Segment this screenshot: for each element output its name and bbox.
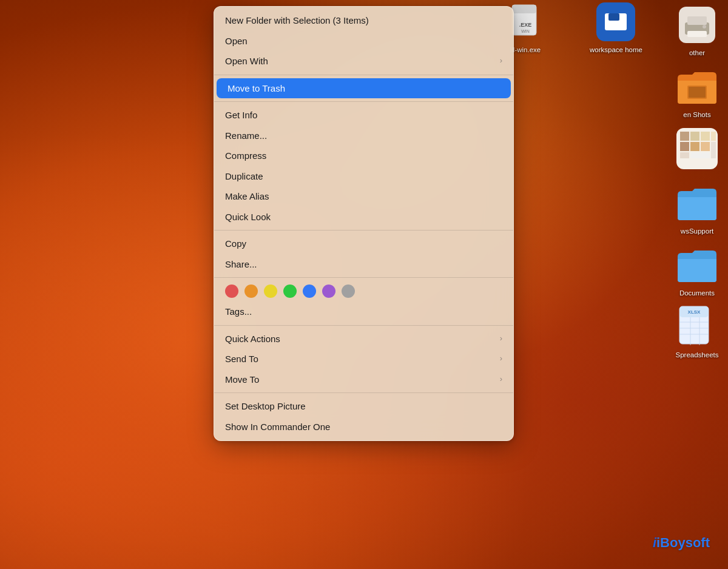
send-to-chevron: › [500,354,502,364]
move-to-chevron: › [500,374,502,385]
svg-text:.EXE: .EXE [519,22,532,28]
menu-item-quick-actions-label: Quick Actions [225,333,500,345]
screenshots-icon-wrap [675,65,719,109]
svg-rect-13 [689,87,706,98]
menu-item-move-to[interactable]: Move To › [214,369,513,390]
desktop-icon-palette[interactable] [675,127,719,173]
menu-item-get-info-label: Get Info [225,109,502,121]
support-label: wsSupport [681,227,713,235]
desktop-icon-screenshots[interactable]: en Shots [675,65,719,118]
screenshots-folder-icon [675,69,719,105]
separator-3 [214,230,513,231]
menu-item-open-label: Open [225,35,502,47]
color-tags-row [214,281,513,301]
svg-rect-24 [711,142,716,158]
svg-rect-22 [680,152,689,158]
menu-item-send-to[interactable]: Send To › [214,349,513,369]
menu-item-quick-look-label: Quick Look [225,211,502,223]
color-dot-orange[interactable] [244,284,258,298]
documents-icon-wrap [675,243,719,287]
context-menu: New Folder with Selection (3 Items) Open… [214,6,514,441]
menu-item-rename[interactable]: Rename... [214,126,513,146]
desktop-icon-spreadsheets[interactable]: XLSX Spreadsheets [675,305,719,359]
menu-item-set-desktop[interactable]: Set Desktop Picture [214,396,513,417]
quick-actions-chevron: › [500,334,502,344]
menu-item-open-with[interactable]: Open With › [214,51,513,72]
top-desktop-icons: .EXE WIN ill-win.exe workspace home [504,0,642,53]
menu-item-set-desktop-label: Set Desktop Picture [225,400,502,412]
color-dot-red[interactable] [225,284,238,298]
separator-5 [214,325,513,326]
spreadsheets-file-icon: XLSX [678,305,716,349]
svg-rect-16 [690,132,699,141]
menu-item-duplicate-label: Duplicate [225,170,502,183]
svg-text:WIN: WIN [521,29,530,33]
color-dot-green[interactable] [283,284,297,298]
printer-icon [676,4,718,45]
menu-item-move-to-trash-label: Move to Trash [228,82,500,95]
svg-rect-6 [608,13,619,21]
menu-item-quick-look[interactable]: Quick Look [214,207,513,227]
right-desktop-icons: other en Shots [675,3,719,359]
support-folder-icon [675,185,719,221]
documents-label: Documents [679,289,715,297]
menu-item-show-commander[interactable]: Show In Commander One [214,417,513,437]
color-dot-gray[interactable] [342,284,355,298]
separator-1 [214,75,513,75]
svg-rect-23 [690,152,710,158]
menu-item-rename-label: Rename... [225,130,502,142]
menu-item-compress[interactable]: Compress [214,146,513,166]
open-with-chevron: › [500,56,502,66]
svg-rect-19 [680,142,689,151]
menu-item-duplicate[interactable]: Duplicate [214,166,513,187]
menu-item-move-to-trash[interactable]: Move to Trash [217,78,511,99]
menu-item-share-label: Share... [225,258,502,271]
menu-item-tags[interactable]: Tags... [214,301,513,322]
svg-rect-9 [687,16,707,25]
spreadsheets-label: Spreadsheets [676,351,719,359]
menu-item-get-info[interactable]: Get Info [214,105,513,126]
svg-rect-18 [711,132,716,141]
menu-item-quick-actions[interactable]: Quick Actions › [214,329,513,349]
desktop-icon-support[interactable]: wsSupport [675,181,719,235]
workspace-home-icon [594,0,638,44]
menu-item-make-alias-label: Make Alias [225,190,502,203]
workspace-icon-wrap [594,0,638,44]
screenshots-label: en Shots [683,111,710,118]
svg-text:XLSX: XLSX [688,309,701,315]
menu-item-open[interactable]: Open [214,31,513,52]
palette-icon-wrap [675,127,719,170]
menu-item-tags-label: Tags... [225,306,502,318]
menu-item-send-to-label: Send To [225,353,500,365]
menu-item-share[interactable]: Share... [214,254,513,275]
svg-rect-20 [690,142,699,151]
desktop-icon-printer[interactable]: other [675,3,719,56]
menu-item-new-folder[interactable]: New Folder with Selection (3 Items) [214,10,513,31]
menu-item-open-with-label: Open With [225,55,500,67]
printer-icon-wrap [675,3,719,47]
documents-folder-icon [675,247,719,283]
svg-rect-21 [701,142,710,151]
desktop-icon-documents[interactable]: Documents [675,243,719,297]
menu-item-make-alias[interactable]: Make Alias [214,186,513,207]
desktop-icon-workspace[interactable]: workspace home [590,0,642,53]
iboysoft-brand: iiBoysoft [653,535,710,551]
svg-rect-15 [680,132,689,141]
menu-item-copy[interactable]: Copy [214,234,513,254]
color-dot-yellow[interactable] [264,284,277,298]
color-dot-blue[interactable] [303,284,316,298]
workspace-home-label: workspace home [590,46,642,53]
menu-item-copy-label: Copy [225,238,502,250]
support-icon-wrap [675,181,719,225]
color-palette-icon [675,127,719,170]
menu-item-new-folder-label: New Folder with Selection (3 Items) [225,15,502,27]
exe-icon-label: ill-win.exe [510,46,541,53]
menu-item-compress-label: Compress [225,150,502,162]
svg-rect-10 [687,31,707,37]
menu-item-show-commander-label: Show In Commander One [225,421,502,433]
printer-icon-label: other [689,49,705,56]
svg-rect-1 [512,5,536,13]
separator-6 [214,392,513,393]
iboysoft-text: iBoysoft [656,535,710,550]
color-dot-purple[interactable] [322,284,335,298]
